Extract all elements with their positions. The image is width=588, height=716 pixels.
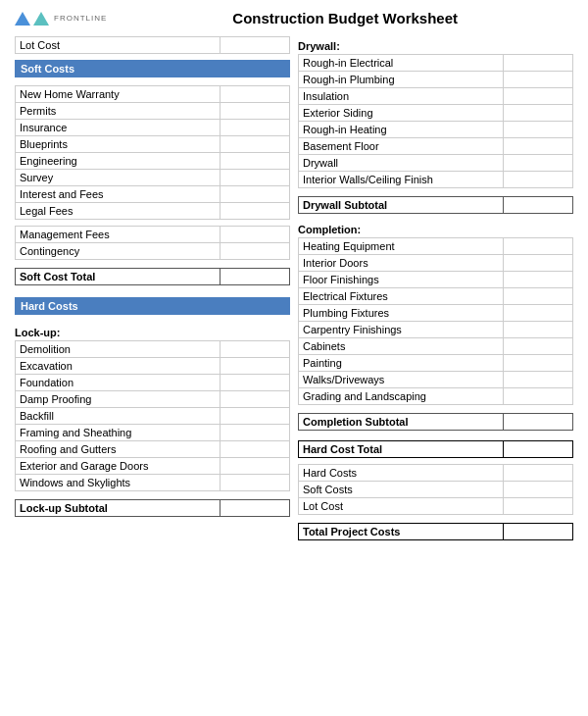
row-value[interactable]: [504, 465, 572, 481]
table-row: Plumbing Fixtures: [298, 305, 573, 322]
table-row: Windows and Skylights: [15, 475, 290, 491]
drywall-label: Drywall:: [298, 36, 573, 54]
row-label: Walks/Driveways: [299, 372, 504, 387]
row-value[interactable]: [504, 122, 572, 137]
row-label: Grading and Landscaping: [299, 388, 504, 404]
row-value[interactable]: [504, 388, 572, 404]
table-row: New Home Warranty: [15, 85, 290, 103]
table-row: Backfill: [15, 408, 290, 425]
table-row: Basement Floor: [298, 138, 573, 155]
table-row: Interior Doors: [298, 255, 573, 272]
row-label: Exterior and Garage Doors: [16, 458, 220, 474]
row-label: Heating Equipment: [299, 238, 504, 254]
table-row: Insurance: [15, 120, 290, 136]
soft-cost-total-value[interactable]: [220, 269, 289, 284]
hard-cost-total-value[interactable]: [504, 441, 572, 457]
logo-area: FRONTLINE: [15, 12, 107, 26]
row-label: Excavation: [16, 358, 220, 374]
table-row: Rough-in Heating: [298, 122, 573, 138]
row-value[interactable]: [220, 408, 289, 424]
hard-cost-total-row: Hard Cost Total: [298, 440, 573, 458]
row-label: Carpentry Finishings: [299, 322, 504, 337]
row-value[interactable]: [504, 255, 572, 271]
row-label: Exterior Siding: [299, 105, 504, 121]
table-row: Drywall: [298, 155, 573, 172]
soft-items-group1: New Home Warranty Permits Insurance Blue…: [15, 85, 290, 220]
row-value[interactable]: [504, 482, 572, 497]
table-row: Demolition: [15, 340, 290, 358]
row-value[interactable]: [504, 88, 572, 104]
row-value[interactable]: [504, 338, 572, 354]
row-value[interactable]: [504, 498, 572, 514]
row-value[interactable]: [220, 458, 289, 474]
lockup-subtotal-value[interactable]: [220, 500, 289, 516]
row-value[interactable]: [220, 227, 289, 242]
total-project-costs-value[interactable]: [504, 524, 572, 539]
row-label: Management Fees: [16, 227, 220, 242]
row-value[interactable]: [504, 305, 572, 321]
row-value[interactable]: [220, 341, 289, 357]
row-label: Damp Proofing: [16, 391, 220, 407]
lot-cost-value[interactable]: [220, 37, 289, 53]
hard-cost-total-label: Hard Cost Total: [299, 441, 504, 457]
row-label: Basement Floor: [299, 138, 504, 154]
row-value[interactable]: [220, 103, 289, 119]
content-area: Lot Cost Soft Costs New Home Warranty Pe…: [15, 36, 573, 540]
row-label: Insurance: [16, 120, 220, 135]
row-value[interactable]: [504, 355, 572, 371]
row-label: Legal Fees: [16, 203, 220, 219]
row-value[interactable]: [504, 55, 572, 71]
table-row: Excavation: [15, 358, 290, 375]
row-value[interactable]: [220, 120, 289, 135]
row-value[interactable]: [504, 288, 572, 304]
row-value[interactable]: [504, 238, 572, 254]
drywall-subtotal-label: Drywall Subtotal: [299, 197, 504, 213]
logo-text: FRONTLINE: [54, 14, 107, 23]
row-value[interactable]: [504, 72, 572, 87]
row-value[interactable]: [504, 155, 572, 171]
row-label: Contingency: [16, 243, 220, 259]
completion-subtotal-value[interactable]: [504, 414, 572, 430]
row-value[interactable]: [220, 475, 289, 490]
row-value[interactable]: [220, 170, 289, 185]
row-label: Survey: [16, 170, 220, 185]
row-value[interactable]: [504, 272, 572, 287]
lockup-items-group: Demolition Excavation Foundation Damp Pr…: [15, 340, 290, 491]
row-value[interactable]: [220, 358, 289, 374]
row-value[interactable]: [220, 375, 289, 390]
row-value[interactable]: [504, 138, 572, 154]
row-label: Framing and Sheathing: [16, 425, 220, 440]
table-row: Insulation: [298, 88, 573, 105]
drywall-subtotal-value[interactable]: [504, 197, 572, 213]
row-value[interactable]: [504, 105, 572, 121]
hard-costs-header: Hard Costs: [15, 297, 290, 315]
header: FRONTLINE Construction Budget Worksheet: [15, 10, 573, 26]
row-value[interactable]: [504, 172, 572, 187]
row-value[interactable]: [220, 441, 289, 457]
soft-items-group2: Management Fees Contingency: [15, 226, 290, 260]
left-column: Lot Cost Soft Costs New Home Warranty Pe…: [15, 36, 290, 540]
row-value[interactable]: [220, 425, 289, 440]
row-value[interactable]: [220, 391, 289, 407]
row-label: Floor Finishings: [299, 272, 504, 287]
row-value[interactable]: [220, 136, 289, 152]
row-value[interactable]: [220, 243, 289, 259]
page-title: Construction Budget Worksheet: [117, 10, 573, 26]
table-row: Electrical Fixtures: [298, 288, 573, 305]
row-label: New Home Warranty: [16, 86, 220, 102]
row-value[interactable]: [220, 186, 289, 202]
table-row: Exterior Siding: [298, 105, 573, 122]
table-row: Damp Proofing: [15, 391, 290, 408]
row-value[interactable]: [504, 322, 572, 337]
row-value[interactable]: [504, 372, 572, 387]
row-value[interactable]: [220, 153, 289, 169]
row-label: Rough-in Plumbing: [299, 72, 504, 87]
table-row: Engineering: [15, 153, 290, 170]
row-value[interactable]: [220, 203, 289, 219]
row-label: Drywall: [299, 155, 504, 171]
row-label: Blueprints: [16, 136, 220, 152]
row-value[interactable]: [220, 86, 289, 102]
row-label: Soft Costs: [299, 482, 504, 497]
soft-costs-header: Soft Costs: [15, 60, 290, 77]
table-row: Heating Equipment: [298, 237, 573, 255]
